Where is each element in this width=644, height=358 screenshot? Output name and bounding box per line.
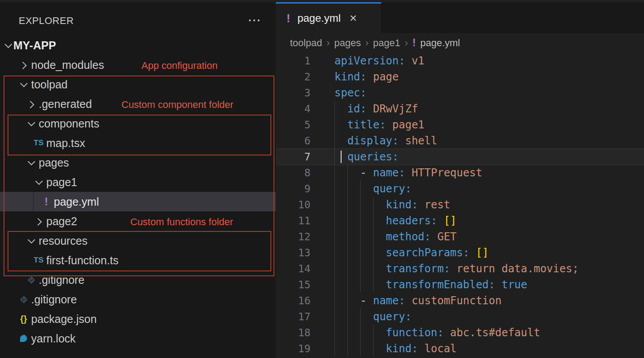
line-number: 12 — [276, 229, 310, 245]
chevron-right-icon[interactable] — [25, 98, 37, 110]
code-line-9[interactable]: 9 query: — [276, 181, 644, 197]
tree-item-page1[interactable]: page1 — [0, 172, 309, 192]
token-t: true — [502, 278, 527, 291]
chevron-down-icon[interactable] — [25, 118, 37, 129]
code-line-7[interactable]: 7 queries: — [276, 148, 644, 165]
code-line-18[interactable]: 18 function: abc.ts#default — [276, 325, 644, 341]
token-w — [334, 183, 373, 195]
code-line-text: id: DRwVjZf — [334, 101, 418, 117]
code-line-text: kind: local — [334, 341, 457, 357]
tree-item-resources[interactable]: resources — [0, 231, 301, 251]
token-v: local — [424, 342, 456, 355]
tree-item-page-yml[interactable]: !page.yml — [0, 192, 316, 211]
code-line-text: queries: — [334, 149, 399, 165]
token-v: HTTPrequest — [411, 167, 482, 179]
code-line-4[interactable]: 4 id: DRwVjZf — [276, 101, 644, 117]
chevron-down-icon[interactable] — [25, 157, 37, 168]
line-number: 16 — [276, 293, 310, 309]
tree-item-components[interactable]: components — [0, 114, 301, 133]
tree-item-label: toolpad — [31, 78, 68, 91]
tree-root-my-app[interactable]: MY-APP — [0, 36, 276, 55]
chevron-down-icon[interactable] — [25, 235, 37, 247]
text-cursor — [341, 151, 342, 163]
tree-item-label: components — [39, 117, 99, 130]
token-w — [334, 215, 386, 227]
tab-page-yml[interactable]: ! page.yml × — [276, 2, 382, 33]
token-w — [495, 278, 501, 291]
tree-item--gitignore[interactable]: .gitignore — [0, 290, 294, 309]
token-w — [334, 167, 360, 179]
token-w — [334, 342, 386, 355]
root-folder-label: MY-APP — [13, 39, 56, 52]
token-w — [366, 103, 373, 115]
tree-item-toolpad[interactable]: toolpad — [0, 75, 294, 94]
tree-item-map-tsx[interactable]: TSmap.tsx — [0, 133, 309, 153]
code-line-10[interactable]: 10 kind: rest — [276, 197, 644, 213]
line-number: 2 — [276, 69, 310, 85]
code-line-6[interactable]: 6 display: shell — [276, 133, 644, 149]
token-w — [334, 294, 360, 307]
chevron-right-icon[interactable] — [18, 59, 29, 71]
code-line-8[interactable]: 8 - name: HTTPrequest — [276, 165, 644, 181]
token-v: DRwVjZf — [373, 103, 418, 115]
code-line-16[interactable]: 16 - name: customFunction — [276, 293, 644, 309]
code-editor[interactable]: 1apiVersion: v12kind: page3spec:4 id: DR… — [276, 53, 644, 358]
explorer-sidebar: EXPLORER ⋯ MY-APP node_modulestoolpad.ge… — [0, 2, 276, 358]
code-line-15[interactable]: 15 transformEnabled: true — [276, 277, 644, 293]
chevron-down-icon[interactable] — [18, 79, 29, 90]
tree-item-yarn-lock[interactable]: yarn.lock — [0, 329, 294, 348]
code-line-5[interactable]: 5 title: page1 — [276, 117, 644, 133]
token-w — [450, 263, 456, 275]
line-number: 15 — [276, 277, 310, 293]
token-v: GET — [437, 231, 456, 243]
token-w — [334, 119, 347, 131]
line-number: 10 — [276, 197, 310, 213]
typescript-file-icon: TS — [33, 137, 44, 149]
code-line-12[interactable]: 12 method: GET — [276, 229, 644, 245]
tree-item-package-json[interactable]: {}package.json — [0, 309, 294, 329]
token-w — [405, 167, 411, 179]
line-number: 11 — [276, 213, 310, 229]
code-line-3[interactable]: 3spec: — [276, 85, 644, 101]
code-line-14[interactable]: 14 transform: return data.movies; — [276, 261, 644, 277]
annotation-label-custom-component-folder: Custom component folder — [121, 99, 233, 111]
token-w — [418, 199, 424, 211]
token-w — [334, 310, 373, 323]
line-number: 14 — [276, 261, 310, 277]
chevron-down-icon[interactable] — [5, 43, 11, 48]
more-actions-icon[interactable]: ⋯ — [244, 12, 265, 28]
tab-title: page.yml — [298, 12, 341, 24]
code-line-text: - name: customFunction — [334, 293, 502, 309]
code-line-11[interactable]: 11 headers: [] — [276, 213, 644, 229]
vscode-window: EXPLORER ⋯ MY-APP node_modulestoolpad.ge… — [0, 0, 644, 358]
chevron-down-icon[interactable] — [33, 176, 44, 188]
tree-item-label: yarn.lock — [31, 332, 76, 345]
tree-item-label: .generated — [39, 98, 92, 111]
code-line-2[interactable]: 2kind: page — [276, 69, 644, 85]
code-line-text: query: — [334, 181, 411, 197]
code-line-text: searchParams: [] — [334, 245, 489, 261]
token-k: title: — [347, 119, 386, 131]
breadcrumb-item-page1[interactable]: page1 — [373, 37, 400, 49]
code-line-19[interactable]: 19 kind: local — [276, 341, 644, 357]
token-w — [334, 263, 386, 275]
tree-item-pages[interactable]: pages — [0, 153, 301, 172]
close-icon[interactable]: × — [350, 12, 357, 24]
chevron-right-icon[interactable] — [33, 215, 44, 227]
code-line-text: kind: page — [334, 69, 399, 85]
breadcrumb-item-file[interactable]: page.yml — [420, 37, 460, 49]
token-k: queries: — [347, 151, 399, 163]
line-number: 19 — [276, 341, 310, 357]
json-file-icon: {} — [18, 313, 29, 325]
tree-item-first-function-ts[interactable]: TSfirst-function.ts — [0, 251, 309, 270]
token-k: function: — [386, 326, 444, 339]
breadcrumb-item-toolpad[interactable]: toolpad — [290, 37, 322, 49]
tree-item-label: package.json — [31, 313, 97, 326]
breadcrumb-item-pages[interactable]: pages — [334, 37, 361, 49]
tree-item-label: .gitignore — [39, 274, 85, 286]
tree-item--gitignore[interactable]: .gitignore — [0, 270, 301, 290]
code-line-17[interactable]: 17 query: — [276, 309, 644, 325]
code-line-1[interactable]: 1apiVersion: v1 — [276, 53, 644, 69]
typescript-file-icon: TS — [33, 255, 44, 266]
code-line-13[interactable]: 13 searchParams: [] — [276, 245, 644, 261]
